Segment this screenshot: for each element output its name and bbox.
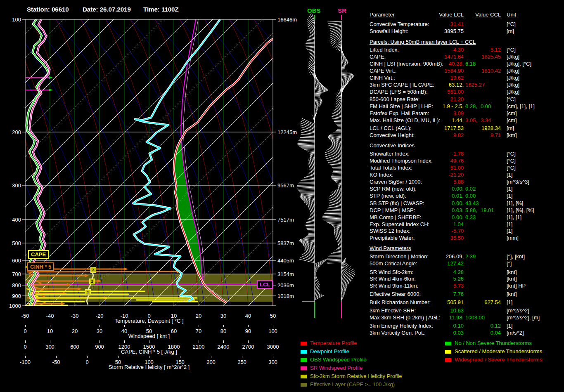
unit-label: [1], [1] — [507, 214, 521, 221]
unit-label: [m^2/s^2], [m] — [507, 314, 540, 321]
axis-tick-label: -50 — [52, 359, 60, 365]
legend-item: Sfc-3km Storm Relative Helicity Profile — [301, 373, 564, 380]
pressure-tick-label: 100 — [0, 17, 21, 23]
obs-wind-barbs — [308, 152, 315, 153]
value-lcl: 3895.75 — [367, 28, 464, 35]
axis-tick-mark — [149, 356, 149, 358]
sr-wind-barbs — [322, 218, 341, 219]
axis-tick-label: 40 — [121, 328, 127, 334]
value-lcl: 11.98, — [367, 314, 464, 321]
sr-wind-barbs — [328, 207, 341, 208]
height-tick-label: 16646m — [277, 17, 297, 23]
sr-wind-barbs — [338, 246, 341, 247]
value-part: 1003.00 — [465, 314, 485, 321]
sr-wind-barbs — [337, 248, 341, 249]
parameter-row: Bulk Richardson Number:505.91627.54[1] — [367, 299, 564, 306]
parameter-row: 850-600 Lapse Rate:21.20[°C] — [367, 96, 564, 103]
legend-label: Effective Layer (CAPE >= 100 J/kg) — [310, 381, 395, 387]
sr-wind-barbs — [332, 142, 341, 146]
value-ccl: 0.04 — [367, 329, 501, 336]
obs-wind-barbs — [298, 140, 315, 141]
obs-wind-barbs — [310, 52, 315, 54]
value-lcl-extra: 6.18 — [465, 60, 479, 67]
value-ccl: 9.71 — [367, 132, 501, 139]
storm-layer-arrows — [49, 76, 53, 79]
value-lcl-extra: 43.43 — [465, 200, 482, 207]
pressure-tick-label: 1000 — [0, 303, 21, 309]
obs-wind-barbs — [298, 189, 315, 189]
value-lcl: 63.12, — [367, 81, 464, 88]
axis-tick-label: -20 — [96, 313, 104, 319]
cape-profile-label: CAPE — [28, 250, 49, 259]
unit-label: [°] — [507, 260, 512, 267]
value-lcl: -5.70 — [367, 227, 464, 234]
sr-wind-barbs — [329, 164, 341, 165]
obs-wind-barbs — [315, 294, 321, 296]
axis-tick-label: 20 — [196, 313, 201, 319]
obs-wind-barbs — [300, 136, 315, 137]
axis-tick-label: 2400 — [218, 344, 230, 350]
unit-label: [°C] — [507, 150, 516, 157]
axis-tick-mark — [273, 325, 273, 327]
sr-wind-barbs — [338, 187, 341, 187]
obs-wind-barbs — [301, 120, 315, 125]
sr-wind-barbs — [341, 73, 350, 73]
sr-wind-barbs — [341, 78, 353, 82]
unit-label: [J/kg] — [507, 81, 519, 88]
obs-wind-barbs — [315, 97, 320, 97]
sr-wind-barbs — [322, 217, 341, 218]
value-lcl: 0.00, — [367, 185, 464, 192]
value-part: 43.43 — [465, 200, 479, 206]
obs-wind-barbs — [304, 177, 315, 179]
unit-label: [°C] — [507, 157, 516, 164]
parameter-row: Estofex Exp. Hail Param:3.09[cm] — [367, 110, 564, 117]
axis-tick-mark — [149, 325, 149, 327]
obs-wind-barbs — [304, 150, 315, 150]
obs-wind-barbs — [310, 35, 315, 36]
obs-wind-barbs — [298, 145, 315, 146]
unit-label: [m^2/s^2] — [507, 307, 529, 314]
sr-wind-barbs — [331, 254, 341, 254]
unit-label: [°C] — [507, 164, 516, 171]
unit-label: [m/s^2] — [507, 329, 524, 336]
dry-adiabats — [155, 19, 223, 306]
unit-label: [m] — [507, 28, 514, 35]
sr-wind-barbs — [341, 65, 346, 66]
unit-label: [1] — [507, 299, 512, 306]
sr-wind-barbs — [335, 238, 341, 241]
sr-wind-barbs — [337, 184, 341, 185]
value-ccl: 1810.42 — [367, 67, 501, 74]
axis-tick-label: 50 — [270, 313, 276, 319]
unit-label: [cm], [1], [1] — [507, 103, 535, 110]
unit-label: [1] — [507, 185, 512, 192]
pressure-tick-label: 700 — [0, 271, 21, 277]
value-part: 3.05, — [465, 117, 477, 123]
dry-adiabats — [81, 19, 149, 306]
parameter-row: CINH | LSI (Inversion: 900mB):40.28,6.18… — [367, 60, 564, 67]
unit-label: [°C] — [507, 96, 516, 103]
storm-layer-arrows — [49, 89, 53, 91]
axis-tick-label: 80 — [220, 328, 226, 334]
value-lcl: 3.09 — [367, 110, 464, 117]
axis-tick-mark — [149, 340, 149, 343]
parameter-row: Precipitable Water:35.50[mm] — [367, 234, 564, 241]
axis-tick-label: 10 — [47, 328, 53, 334]
axis-tick-mark — [75, 325, 75, 327]
unit-label: [°], [knt] — [507, 253, 525, 260]
axis-tick-label: -30 — [71, 313, 79, 319]
axis-tick-label: 90 — [245, 328, 251, 334]
dry-adiabats — [56, 19, 124, 306]
axis-tick-label: -50 — [21, 313, 29, 319]
axis-tick-mark — [25, 340, 26, 343]
obs-wind-barbs — [308, 220, 315, 221]
axis-tick-mark — [25, 325, 26, 327]
parameter-row: 3km Energy Helicity Index:0.100.12[1] — [367, 322, 564, 329]
sr-wind-barbs — [341, 276, 354, 281]
obs-wind-barbs — [308, 175, 315, 176]
obs-wind-barbs — [310, 216, 315, 217]
unit-label: [1] — [507, 221, 512, 228]
legend-swatch — [301, 375, 307, 378]
sr-wind-barbs — [328, 163, 341, 164]
legend-label: Sfc-3km Storm Relative Helicity Profile — [310, 373, 402, 379]
sr-wind-barbs — [326, 222, 341, 222]
